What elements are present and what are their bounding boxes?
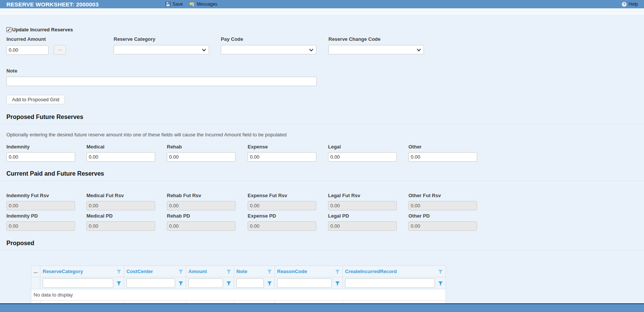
rehab-pd-label: Rehab PD <box>167 213 190 219</box>
reserve-category-select[interactable] <box>114 45 209 54</box>
incurred-amount-field[interactable] <box>6 45 49 55</box>
sub-header-strip <box>0 8 644 16</box>
reserve-category-group: Reserve Category <box>114 36 209 54</box>
pay-code-label: Pay Code <box>221 36 316 42</box>
update-incurred-checkbox[interactable]: ✓ <box>6 27 11 32</box>
reserve-change-code-select[interactable] <box>328 45 424 54</box>
rehab-label: Rehab <box>167 144 182 150</box>
add-to-proposed-grid-button[interactable]: Add to Proposed Grid <box>6 95 65 104</box>
pay-code-group: Pay Code <box>221 36 316 54</box>
indemnity-field[interactable] <box>6 152 75 162</box>
grid-empty-row: No data to display <box>31 289 446 301</box>
messages-label: Messages <box>197 2 217 7</box>
legal-fut-rsv-label: Legal Fut Rsv <box>328 193 360 198</box>
filter-note-input[interactable] <box>236 278 264 288</box>
pd-inputs-row <box>6 221 638 231</box>
expense-label: Expense <box>248 144 268 150</box>
rehab-fut-rsv-field <box>167 201 236 210</box>
grid-column-amount[interactable]: Amount <box>188 269 207 274</box>
other-fut-rsv-field <box>408 201 477 210</box>
filter-reasoncode-input[interactable] <box>277 278 332 288</box>
medical-fut-rsv-field <box>86 201 155 210</box>
legal-label: Legal <box>328 144 341 150</box>
expense-fut-rsv-label: Expense Fut Rsv <box>248 193 287 198</box>
reserve-change-code-group: Reserve Change Code <box>328 36 424 54</box>
help-icon: ? <box>622 2 627 7</box>
messages-icon <box>190 2 195 7</box>
expense-field[interactable] <box>248 152 316 162</box>
incurred-amount-lookup-button[interactable]: ... <box>54 45 66 55</box>
legal-field[interactable] <box>328 152 397 162</box>
title-bar: RESERVE WORKSHEET: 2000003 Save Messages… <box>0 0 644 8</box>
expense-pd-field <box>248 221 316 231</box>
expense-fut-rsv-field <box>248 201 316 210</box>
help-button[interactable]: ? Help <box>622 2 638 7</box>
note-label: Note <box>6 68 638 74</box>
rehab-fut-rsv-label: Rehab Fut Rsv <box>167 193 201 198</box>
filter-menu-icon[interactable] <box>267 281 272 286</box>
grid-column-costcenter[interactable]: CostCenter <box>126 269 153 274</box>
proposed-future-heading: Proposed Future Reserves <box>0 114 644 124</box>
filter-menu-icon[interactable] <box>116 281 122 286</box>
filter-menu-icon[interactable] <box>335 281 340 286</box>
medical-label: Medical <box>86 144 105 150</box>
indemnity-pd-field <box>6 221 75 231</box>
fut-rsv-inputs-row <box>6 201 638 210</box>
filter-costcenter-input[interactable] <box>126 278 175 288</box>
proposed-future-description: Optionally entering the desired future r… <box>6 132 638 137</box>
no-data-message: No data to display <box>31 289 446 301</box>
reserve-category-label: Reserve Category <box>114 36 209 42</box>
medical-pd-label: Medical PD <box>86 213 112 219</box>
other-field[interactable] <box>408 152 477 162</box>
filter-menu-icon[interactable] <box>226 281 231 286</box>
update-incurred-label: Update Incurred Reserves <box>12 27 73 32</box>
filter-menu-icon[interactable] <box>178 281 183 286</box>
save-button[interactable]: Save <box>165 2 183 7</box>
note-field[interactable] <box>6 77 317 86</box>
grid-column-actions: ... <box>34 269 38 274</box>
fut-rsv-labels-row: Indemnity Fut Rsv Medical Fut Rsv Rehab … <box>6 193 638 199</box>
indemnity-pd-label: Indemnity PD <box>6 213 38 219</box>
grid-column-reservecategory[interactable]: ReserveCategory <box>43 269 83 274</box>
rehab-field[interactable] <box>167 152 236 162</box>
filter-amount-input[interactable] <box>188 278 223 288</box>
filter-reservecategory-input[interactable] <box>43 278 113 288</box>
filter-menu-icon[interactable] <box>438 281 443 286</box>
filter-createincurredrecord-input[interactable] <box>345 278 435 288</box>
pd-labels-row: Indemnity PD Medical PD Rehab PD Expense… <box>6 213 638 219</box>
grid-column-note[interactable]: Note <box>236 269 247 274</box>
bottom-status-bar <box>0 303 644 312</box>
grid-filter-row <box>31 277 446 289</box>
medical-fut-rsv-label: Medical Fut Rsv <box>86 193 124 198</box>
indemnity-fut-rsv-label: Indemnity Fut Rsv <box>6 193 49 198</box>
future-reserve-inputs-row <box>6 152 638 162</box>
grid-column-reasoncode[interactable]: ReasonCode <box>277 269 307 274</box>
medical-pd-field <box>86 221 155 231</box>
incurred-amount-group: Incurred Amount ... <box>6 36 66 55</box>
medical-field[interactable] <box>86 152 155 162</box>
indemnity-label: Indemnity <box>6 144 29 150</box>
chevron-down-icon <box>309 48 314 53</box>
other-pd-field <box>408 221 477 231</box>
future-reserve-labels-row: Indemnity Medical Rehab Expense Legal Ot… <box>6 144 638 150</box>
filter-icon[interactable] <box>178 269 183 274</box>
filter-icon[interactable] <box>267 269 272 274</box>
expense-pd-label: Expense PD <box>248 213 276 219</box>
update-incurred-row: ✓ Update Incurred Reserves <box>6 27 638 32</box>
toolbar: Save Messages <box>165 0 217 8</box>
other-fut-rsv-label: Other Fut Rsv <box>408 193 441 198</box>
save-icon <box>165 2 171 7</box>
legal-pd-field <box>328 221 397 231</box>
filter-icon[interactable] <box>335 269 340 274</box>
messages-button[interactable]: Messages <box>190 2 217 7</box>
rehab-pd-field <box>167 221 236 231</box>
indemnity-fut-rsv-field <box>6 201 75 210</box>
grid-column-createincurredrecord[interactable]: CreateIncurredRecord <box>345 269 397 274</box>
filter-icon[interactable] <box>226 269 231 274</box>
incurred-amount-label: Incurred Amount <box>6 36 66 42</box>
chevron-down-icon <box>416 48 421 53</box>
main-content: ✓ Update Incurred Reserves Incurred Amou… <box>0 27 644 312</box>
filter-icon[interactable] <box>438 269 443 274</box>
pay-code-select[interactable] <box>221 45 316 54</box>
filter-icon[interactable] <box>116 269 122 274</box>
